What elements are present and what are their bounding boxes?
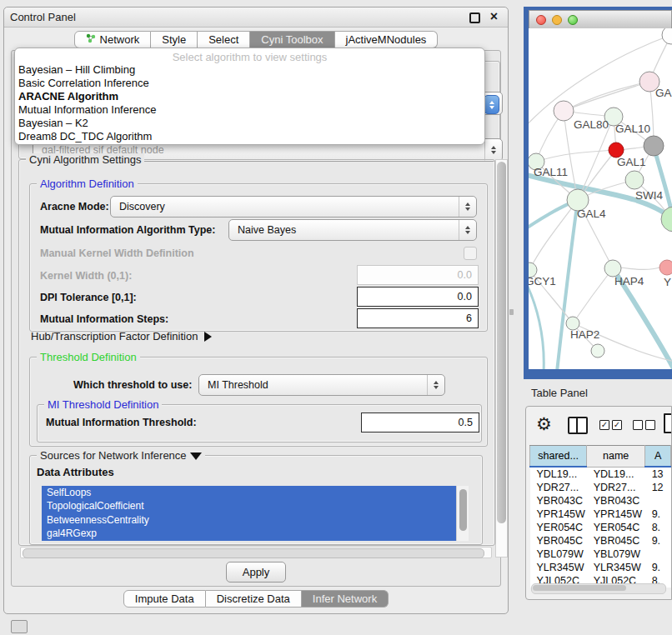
tab-cyni-toolbox[interactable]: Cyni Toolbox [250, 31, 334, 48]
table-row[interactable]: YLR345WYLR345W9. [530, 561, 671, 574]
data-attribute-item[interactable]: SelfLoops [42, 486, 469, 499]
network-node[interactable] [625, 171, 644, 189]
network-node[interactable] [554, 101, 574, 121]
network-window-titlebar[interactable] [529, 10, 672, 28]
algorithm-option[interactable]: Bayesian – K2 [15, 117, 484, 130]
gear-icon[interactable]: ⚙ [536, 413, 552, 435]
apply-button[interactable]: Apply [226, 562, 286, 582]
table-row[interactable]: YER054CYER054C8. [530, 521, 671, 534]
network-node[interactable] [604, 260, 621, 277]
network-edge[interactable] [573, 268, 613, 323]
panel-splitter-handle[interactable] [509, 309, 514, 315]
scrollbar-thumb[interactable] [497, 162, 506, 523]
settings-vertical-scrollbar[interactable] [495, 159, 508, 558]
table-row[interactable]: YBR043CYBR043C [530, 494, 671, 508]
minimize-traffic-light-icon[interactable] [552, 15, 562, 25]
threshold-definition-legend: Threshold Definition [37, 351, 140, 363]
tab-style[interactable]: Style [151, 31, 198, 48]
dpi-tolerance-field[interactable]: 0.0 [357, 287, 479, 307]
data-attribute-item[interactable]: BetweennessCentrality [42, 513, 469, 527]
sources-legend[interactable]: Sources for Network Inference [37, 449, 205, 462]
combo-stepper-icon[interactable] [484, 95, 499, 114]
combo-stepper-icon[interactable] [427, 375, 444, 395]
aracne-mode-combo[interactable]: Discovery [110, 196, 477, 218]
aracne-mode-label: Aracne Mode: [40, 201, 109, 212]
tab-network[interactable]: Network [74, 31, 152, 48]
table-cell: 9. [645, 561, 671, 574]
scrollbar-thumb[interactable] [533, 585, 626, 591]
unchecked-checkbox-icon[interactable] [633, 420, 643, 430]
network-edge[interactable] [529, 278, 544, 369]
mi-threshold-field[interactable]: 0.5 [361, 412, 479, 432]
unchecked-checkbox-icon[interactable] [645, 420, 655, 430]
manual-kernel-width-checkbox[interactable] [464, 247, 477, 260]
combo-stepper-icon[interactable] [484, 139, 502, 161]
combo-stepper-icon[interactable] [459, 197, 476, 217]
table-row[interactable]: YBL079WYBL079W [530, 548, 671, 561]
scrollbar-thumb[interactable] [459, 489, 467, 531]
column-header-shared[interactable]: shared... [530, 446, 587, 468]
table-cell: YDL19... [587, 467, 645, 481]
table-row[interactable]: YBR045CYBR045C9. [530, 534, 671, 548]
tab-infer-network[interactable]: Infer Network [302, 590, 389, 608]
which-threshold-combo[interactable]: MI Threshold [198, 374, 445, 396]
cyni-bottom-tabbar: Impute DataDiscretize DataInfer Network [4, 590, 508, 608]
combo-stepper-icon[interactable] [459, 220, 476, 240]
table-cell: 9. [645, 508, 671, 521]
mi-algorithm-type-combo[interactable]: Naive Bayes [228, 219, 477, 241]
tab-discretize-data[interactable]: Discretize Data [206, 590, 302, 608]
network-node[interactable] [662, 28, 672, 44]
tab-label: jActiveMNodules [346, 33, 427, 46]
column-header-a[interactable]: A [645, 446, 671, 468]
data-attribute-item[interactable]: TopologicalCoefficient [42, 499, 469, 512]
collapsed-panel-icon[interactable] [11, 620, 28, 633]
expanded-arrow-icon[interactable] [190, 452, 202, 460]
settings-horizontal-scrollbar[interactable] [20, 547, 492, 558]
data-attribute-item[interactable]: gal4RGexp [42, 527, 469, 540]
checked-checkbox-icon[interactable]: ✓ [599, 420, 609, 430]
algorithm-option[interactable]: Dream8 DC_TDC Algorithm [15, 130, 484, 143]
tab-impute-data[interactable]: Impute Data [123, 590, 206, 608]
table-cell: YBR045C [530, 534, 587, 548]
network-edge[interactable] [557, 200, 578, 369]
close-window-icon[interactable]: × [490, 8, 498, 25]
network-node[interactable] [659, 260, 672, 275]
sources-group: Sources for Network Inference Data Attri… [29, 455, 483, 545]
node-attribute-table: shared...nameA YDL19...YDL19...13YDR27..… [529, 445, 671, 588]
kernel-width-field[interactable]: 0.0 [357, 265, 479, 285]
data-attributes-list[interactable]: SelfLoopsTopologicalCoefficientBetweenne… [42, 486, 469, 541]
network-edge[interactable] [564, 82, 649, 111]
table-row[interactable]: YDR27...YDR27...12 [530, 481, 671, 494]
node-label-gal80: GAL80 [574, 118, 609, 131]
algorithm-option[interactable]: Basic Correlation Inference [15, 77, 484, 90]
network-canvas[interactable]: GALGAL80GAL10GAL1GAL11GAL4SWI4GCY1HAP4YH… [529, 28, 672, 369]
zoom-traffic-light-icon[interactable] [568, 15, 578, 25]
network-node[interactable] [591, 344, 604, 358]
hub-transcription-factor-section[interactable]: Hub/Transcription Factor Definition [31, 330, 212, 342]
scrollbar-thumb[interactable] [23, 548, 484, 558]
network-edge[interactable] [536, 150, 616, 162]
algorithm-definition-legend: Algorithm Definition [37, 178, 138, 190]
document-icon[interactable] [664, 413, 672, 433]
list-scrollbar[interactable] [456, 486, 469, 541]
column-header-name[interactable]: name [587, 446, 645, 468]
table-row[interactable]: YDL19...YDL19...13 [530, 467, 671, 481]
aracne-mode-value: Discovery [119, 201, 165, 212]
tab-select[interactable]: Select [198, 31, 250, 48]
float-window-icon[interactable] [469, 12, 480, 23]
checked-checkbox-icon[interactable]: ✓ [612, 420, 622, 430]
algorithm-option[interactable]: Bayesian – Hill Climbing [15, 63, 484, 77]
table-row[interactable]: YPR145WYPR145W9. [530, 508, 671, 521]
tab-jactivemnodules[interactable]: jActiveMNodules [335, 31, 439, 48]
algorithm-option[interactable]: ARACNE Algorithm [15, 90, 484, 103]
mi-steps-field[interactable]: 6 [357, 308, 479, 328]
algorithm-dropdown-list: Bayesian – Hill ClimbingBasic Correlatio… [15, 63, 484, 144]
columns-icon[interactable] [568, 417, 588, 434]
collapsed-arrow-icon[interactable] [204, 332, 212, 342]
table-horizontal-scrollbar[interactable] [531, 583, 666, 594]
close-traffic-light-icon[interactable] [536, 15, 546, 25]
network-node[interactable] [644, 136, 664, 156]
algorithm-option[interactable]: Mutual Information Inference [15, 103, 484, 117]
table-cell: YBR043C [587, 494, 645, 508]
network-edge[interactable] [621, 268, 659, 269]
